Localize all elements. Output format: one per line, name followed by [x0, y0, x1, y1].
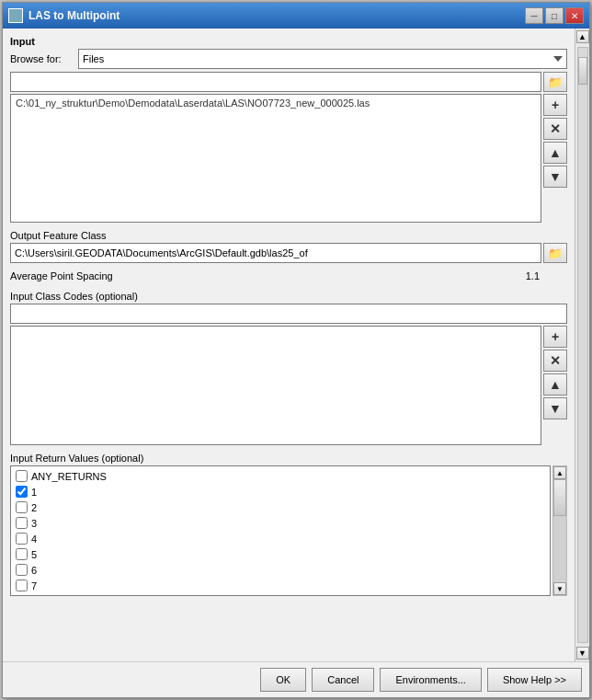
show-help-button[interactable]: Show Help >>: [487, 668, 582, 692]
add-icon: +: [552, 98, 559, 112]
return-6-label: 6: [31, 565, 37, 576]
input-section: Input Browse for: Files 📁: [10, 36, 567, 223]
return-2-label: 2: [31, 502, 37, 513]
codes-up-button[interactable]: ▲: [543, 373, 567, 396]
return-1-checkbox[interactable]: [16, 486, 28, 498]
main-scrollbar[interactable]: ▲ ▼: [575, 29, 589, 661]
list-item: ANY_RETURNS: [13, 468, 548, 484]
return-values-list: ANY_RETURNS 1 2 3: [10, 465, 551, 596]
class-codes-label: Input Class Codes (optional): [10, 291, 567, 302]
browse-for-row: Browse for: Files: [10, 49, 567, 69]
codes-down-icon: ▼: [549, 401, 562, 416]
return-6-checkbox[interactable]: [16, 564, 28, 576]
scroll-down-arrow[interactable]: ▼: [553, 582, 566, 595]
window-icon: [8, 8, 23, 23]
scroll-thumb[interactable]: [553, 479, 566, 516]
main-scroll-down[interactable]: ▼: [576, 647, 589, 660]
output-section: Output Feature Class 📁: [10, 226, 567, 267]
codes-remove-icon: ✕: [550, 353, 561, 368]
class-codes-row: [10, 304, 567, 324]
return-4-checkbox[interactable]: [16, 533, 28, 545]
input-label: Input: [10, 36, 567, 47]
main-scroll-thumb[interactable]: [578, 57, 587, 85]
codes-remove-button[interactable]: ✕: [543, 350, 567, 372]
class-codes-section: Input Class Codes (optional) + ✕: [10, 287, 567, 445]
avg-spacing-value: 1.1: [526, 270, 567, 281]
scroll-track: [553, 479, 566, 582]
return-values-section: Input Return Values (optional) ANY_RETUR…: [10, 449, 567, 596]
any-returns-checkbox[interactable]: [16, 470, 28, 482]
codes-down-button[interactable]: ▼: [543, 397, 567, 419]
codes-add-icon: +: [552, 329, 559, 344]
close-button[interactable]: ✕: [565, 7, 584, 24]
minimize-button[interactable]: ─: [525, 7, 543, 24]
file-list[interactable]: C:\01_ny_struktur\Demo\Demodata\Laserdat…: [10, 94, 541, 223]
return-7-checkbox[interactable]: [16, 580, 28, 591]
file-up-button[interactable]: ▲: [543, 142, 567, 164]
file-browse-input[interactable]: [10, 72, 541, 92]
file-list-controls: + ✕ ▲ ▼: [543, 94, 567, 223]
browse-for-dropdown[interactable]: Files: [78, 49, 567, 69]
return-7-label: 7: [31, 580, 37, 591]
window-title: LAS to Multipoint: [28, 9, 120, 22]
list-item: 6: [13, 562, 548, 578]
main-window: LAS to Multipoint ─ □ ✕ Input Browse for…: [2, 2, 590, 698]
avg-spacing-row: Average Point Spacing 1.1: [10, 270, 567, 281]
file-browse-button[interactable]: 📁: [543, 72, 567, 92]
list-item: 2: [13, 499, 548, 515]
cancel-button[interactable]: Cancel: [312, 668, 374, 692]
file-remove-button[interactable]: ✕: [543, 118, 567, 140]
list-item: 5: [13, 546, 548, 562]
main-scroll-track[interactable]: [577, 47, 588, 643]
return-values-label: Input Return Values (optional): [10, 453, 567, 464]
file-down-button[interactable]: ▼: [543, 166, 567, 188]
output-input[interactable]: [10, 243, 541, 263]
return-3-label: 3: [31, 518, 37, 529]
class-codes-list-area: + ✕ ▲ ▼: [10, 326, 567, 445]
return-4-label: 4: [31, 534, 37, 545]
return-2-checkbox[interactable]: [16, 501, 28, 513]
return-5-checkbox[interactable]: [16, 548, 28, 560]
maximize-button[interactable]: □: [545, 7, 564, 24]
output-label: Output Feature Class: [10, 230, 567, 241]
footer: OK Cancel Environments... Show Help >>: [3, 661, 589, 697]
browse-for-label: Browse for:: [10, 53, 74, 64]
list-item: 1: [13, 484, 548, 499]
class-codes-list[interactable]: [10, 326, 541, 445]
return-1-label: 1: [31, 487, 37, 498]
main-scroll-up[interactable]: ▲: [576, 30, 589, 43]
down-icon: ▼: [549, 169, 562, 184]
class-codes-controls: + ✕ ▲ ▼: [543, 326, 567, 445]
title-bar-left: LAS to Multipoint: [8, 8, 120, 23]
file-add-button[interactable]: +: [543, 94, 567, 116]
class-codes-input[interactable]: [10, 304, 567, 324]
any-returns-label: ANY_RETURNS: [31, 471, 107, 482]
remove-icon: ✕: [550, 121, 561, 136]
list-item: 3: [13, 515, 548, 531]
environments-button[interactable]: Environments...: [380, 668, 481, 692]
avg-spacing-section: Average Point Spacing 1.1: [10, 270, 567, 283]
content-area: Input Browse for: Files 📁: [3, 29, 575, 661]
file-list-item: C:\01_ny_struktur\Demo\Demodata\Laserdat…: [13, 97, 539, 109]
codes-add-button[interactable]: +: [543, 326, 567, 348]
avg-spacing-label: Average Point Spacing: [10, 270, 113, 281]
folder-icon: 📁: [548, 75, 563, 89]
ok-button[interactable]: OK: [260, 668, 306, 692]
return-values-scrollbar[interactable]: ▲ ▼: [552, 465, 567, 596]
list-item: 7: [13, 578, 548, 593]
main-layout: Input Browse for: Files 📁: [3, 29, 589, 661]
return-5-label: 5: [31, 549, 37, 560]
return-3-checkbox[interactable]: [16, 517, 28, 529]
output-row: 📁: [10, 243, 567, 263]
list-item: 4: [13, 531, 548, 546]
output-browse-button[interactable]: 📁: [543, 243, 567, 263]
return-values-container: ANY_RETURNS 1 2 3: [10, 465, 567, 596]
file-list-area: C:\01_ny_struktur\Demo\Demodata\Laserdat…: [10, 94, 567, 223]
up-icon: ▲: [549, 145, 562, 160]
title-buttons: ─ □ ✕: [525, 7, 584, 24]
title-bar: LAS to Multipoint ─ □ ✕: [3, 3, 589, 29]
file-browse-row: 📁: [10, 72, 567, 92]
scroll-up-arrow[interactable]: ▲: [553, 466, 566, 479]
codes-up-icon: ▲: [549, 377, 562, 392]
output-folder-icon: 📁: [548, 247, 563, 260]
